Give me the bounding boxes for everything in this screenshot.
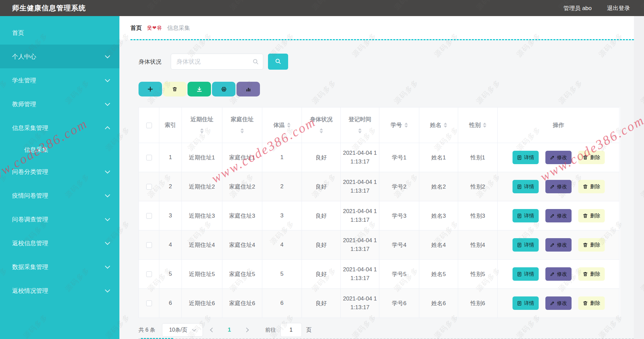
cell-register-time: 2021-04-04 11:13:17 <box>341 260 379 289</box>
header-label: 学号 <box>391 121 402 129</box>
sort-carets-icon[interactable] <box>405 121 408 129</box>
cell-home-address: 家庭住址6 <box>222 289 262 318</box>
row-delete-button[interactable]: 删除 <box>578 296 605 310</box>
trash-icon <box>172 86 177 92</box>
toolbar-export-button[interactable] <box>187 82 211 96</box>
row-delete-button[interactable]: 删除 <box>578 151 605 164</box>
sidebar-item-8[interactable]: 问卷调查管理 <box>0 207 119 231</box>
sidebar-item-9[interactable]: 返校信息管理 <box>0 231 119 255</box>
row-detail-button[interactable]: 详情 <box>513 209 539 222</box>
chevron-down-icon <box>105 263 110 269</box>
col-header-health-status[interactable]: 身体状况 <box>302 108 341 143</box>
sort-carets-icon[interactable] <box>358 127 362 135</box>
sidebar-item-label: 首页 <box>12 29 24 37</box>
row-action-label: 详情 <box>524 154 534 161</box>
trash-icon <box>583 271 588 277</box>
col-header-home-address[interactable]: 家庭住址 <box>222 108 262 143</box>
cell-register-time: 2021-04-04 11:13:17 <box>341 143 379 172</box>
scrollbar-track[interactable] <box>634 16 644 339</box>
sidebar-item-3[interactable]: 学生管理 <box>0 68 119 92</box>
sidebar-item-label: 问卷分类管理 <box>12 168 48 176</box>
row-checkbox[interactable] <box>146 271 152 277</box>
row-detail-button[interactable]: 详情 <box>513 296 539 310</box>
toolbar-print-button[interactable] <box>212 82 235 96</box>
prev-page-button[interactable] <box>203 328 222 332</box>
row-edit-button[interactable]: 修改 <box>545 180 572 193</box>
current-page[interactable]: 1 <box>222 327 237 333</box>
header-label: 身体状况 <box>310 116 333 123</box>
sort-desc-icon <box>320 131 323 135</box>
goto-page: 前往 页 <box>265 323 312 337</box>
cell-recent-address: 近期住址2 <box>182 172 222 201</box>
cell-recent-address: 近期住址3 <box>182 201 222 230</box>
row-edit-button[interactable]: 修改 <box>545 151 572 164</box>
cell-name: 姓名6 <box>419 289 458 318</box>
row-delete-button[interactable]: 删除 <box>578 238 605 252</box>
sidebar-item-5[interactable]: 信息采集管理 <box>0 116 119 140</box>
cell-index: 6 <box>159 289 182 318</box>
logout-button[interactable]: 退出登录 <box>607 4 630 12</box>
row-delete-button[interactable]: 删除 <box>578 180 605 193</box>
row-action-label: 修改 <box>557 271 567 277</box>
row-detail-button[interactable]: 详情 <box>513 267 539 281</box>
trash-icon <box>583 242 588 248</box>
row-delete-button[interactable]: 删除 <box>578 209 605 222</box>
cell-actions: 详情修改删除 <box>498 143 620 172</box>
search-icon <box>275 58 281 66</box>
sort-carets-icon[interactable] <box>483 121 486 129</box>
sort-carets-icon[interactable] <box>320 127 323 135</box>
sort-desc-icon <box>240 131 244 135</box>
col-header-recent-address[interactable]: 近期住址 <box>182 108 222 143</box>
col-header-register-time[interactable]: 登记时间 <box>341 108 379 143</box>
row-detail-button[interactable]: 详情 <box>513 151 539 164</box>
sidebar-item-7[interactable]: 疫情问卷管理 <box>0 184 119 207</box>
toolbar-add-button[interactable] <box>139 82 162 96</box>
col-header-gender[interactable]: 性别 <box>458 108 498 143</box>
goto-page-input[interactable] <box>280 323 302 337</box>
toolbar-chart-button[interactable] <box>236 82 260 96</box>
select-all-checkbox[interactable] <box>146 123 152 128</box>
sidebar-item-6[interactable]: 问卷分类管理 <box>0 160 119 184</box>
col-header-student-no[interactable]: 学号 <box>379 108 419 143</box>
chevron-right-icon <box>244 328 249 332</box>
header-label: 体温 <box>273 121 285 129</box>
sort-carets-icon[interactable] <box>240 127 244 135</box>
breadcrumb-home[interactable]: 首页 <box>130 24 142 32</box>
row-select-cell <box>139 201 159 230</box>
row-checkbox[interactable] <box>146 184 152 190</box>
edit-icon <box>550 184 555 189</box>
col-header-temperature[interactable]: 体温 <box>262 108 302 143</box>
toolbar-delete-button[interactable] <box>163 82 186 96</box>
search-button[interactable] <box>268 54 288 70</box>
row-checkbox[interactable] <box>146 155 152 160</box>
row-edit-button[interactable]: 修改 <box>545 238 572 252</box>
row-checkbox[interactable] <box>146 213 152 219</box>
next-page-button[interactable] <box>237 328 256 332</box>
sort-carets-icon[interactable] <box>444 121 447 129</box>
row-edit-button[interactable]: 修改 <box>545 267 572 281</box>
row-edit-button[interactable]: 修改 <box>545 209 572 222</box>
row-checkbox[interactable] <box>146 242 152 248</box>
row-delete-button[interactable]: 删除 <box>578 267 605 281</box>
search-input[interactable] <box>176 58 252 65</box>
sidebar-item-2[interactable]: 个人中心 <box>0 45 119 68</box>
page-size-select[interactable]: 10条/页 <box>162 323 203 337</box>
sidebar-item-10[interactable]: 数据采集管理 <box>0 255 119 279</box>
sort-carets-icon[interactable] <box>287 121 290 129</box>
cell-name: 姓名5 <box>419 260 458 289</box>
sidebar-item-11[interactable]: 返校情况管理 <box>0 279 119 302</box>
row-edit-button[interactable]: 修改 <box>545 296 572 310</box>
chevron-down-icon <box>192 327 197 332</box>
sidebar-item-4[interactable]: 教师管理 <box>0 92 119 116</box>
row-detail-button[interactable]: 详情 <box>513 238 539 252</box>
row-action-label: 删除 <box>590 184 600 190</box>
sidebar-subitem[interactable]: 信息采集 <box>0 140 119 160</box>
row-detail-button[interactable]: 详情 <box>513 180 539 193</box>
cell-temperature: 3 <box>262 201 302 230</box>
sort-carets-icon[interactable] <box>200 127 204 135</box>
sidebar-item-1[interactable]: 首页 <box>0 21 119 45</box>
col-header-name[interactable]: 姓名 <box>419 108 458 143</box>
current-user[interactable]: 管理员 abo <box>564 4 592 12</box>
row-checkbox[interactable] <box>146 300 152 306</box>
row-action-label: 修改 <box>557 184 567 190</box>
